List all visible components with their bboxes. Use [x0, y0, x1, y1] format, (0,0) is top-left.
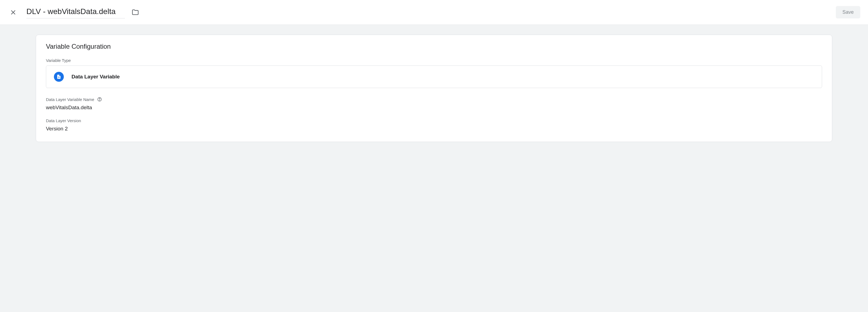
- data-layer-variable-icon: [54, 72, 64, 82]
- folder-button[interactable]: [130, 7, 141, 18]
- card-title: Variable Configuration: [46, 43, 822, 50]
- version-value: Version 2: [46, 126, 822, 132]
- variable-type-name: Data Layer Variable: [71, 74, 120, 80]
- variable-type-selector[interactable]: Data Layer Variable: [46, 65, 822, 88]
- close-icon: [10, 9, 16, 15]
- help-icon[interactable]: [97, 97, 102, 102]
- version-label: Data Layer Version: [46, 118, 822, 123]
- svg-rect-3: [58, 77, 60, 77]
- svg-rect-2: [58, 77, 60, 77]
- folder-icon: [131, 8, 139, 16]
- header: Save: [0, 0, 868, 25]
- variable-name-value: webVitalsData.delta: [46, 104, 822, 111]
- variable-name-label: Data Layer Variable Name: [46, 97, 822, 102]
- content-area: Variable Configuration Variable Type Dat…: [0, 25, 868, 312]
- variable-configuration-card: Variable Configuration Variable Type Dat…: [36, 35, 832, 142]
- close-button[interactable]: [8, 7, 19, 18]
- save-button[interactable]: Save: [836, 6, 860, 19]
- variable-type-label: Variable Type: [46, 58, 822, 63]
- variable-name-input[interactable]: [26, 6, 125, 19]
